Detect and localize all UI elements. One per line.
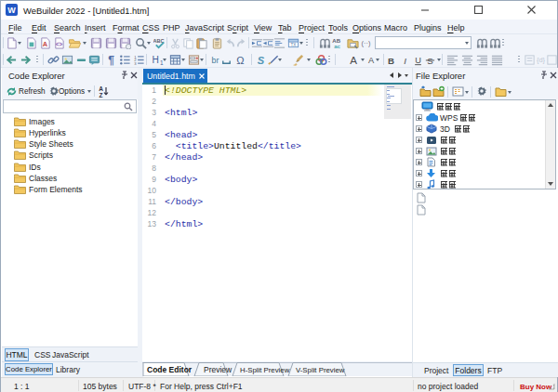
svg-text:<>: <>	[56, 41, 63, 47]
svg-text:br: br	[212, 56, 219, 65]
svg-text:V-Split Preview: V-Split Preview	[296, 366, 345, 374]
svg-text:(··): (··)	[362, 39, 371, 47]
svg-text:Preview: Preview	[204, 365, 232, 374]
svg-text:Ω: Ω	[236, 55, 244, 66]
svg-text:3: 3	[134, 61, 137, 66]
svg-text:A: A	[368, 56, 375, 65]
svg-text:A: A	[43, 40, 48, 48]
svg-text:U: U	[415, 56, 421, 65]
svg-text:H-Split Preview: H-Split Preview	[240, 366, 290, 374]
svg-text:Code Editor: Code Editor	[147, 365, 193, 374]
svg-text:¶: ¶	[108, 54, 114, 66]
svg-text:AB: AB	[332, 38, 340, 44]
svg-text:W: W	[7, 6, 16, 15]
svg-text:H: H	[153, 55, 159, 65]
svg-text:TX: TX	[291, 42, 297, 46]
svg-text:A: A	[350, 54, 357, 66]
svg-text:ac: ac	[334, 44, 340, 49]
svg-text:{d}: {d}	[537, 56, 546, 64]
svg-text:A: A	[99, 85, 103, 92]
svg-text:B: B	[388, 55, 394, 65]
svg-text:S: S	[258, 55, 265, 66]
svg-text:Z: Z	[100, 92, 103, 98]
svg-text:I: I	[404, 55, 406, 65]
